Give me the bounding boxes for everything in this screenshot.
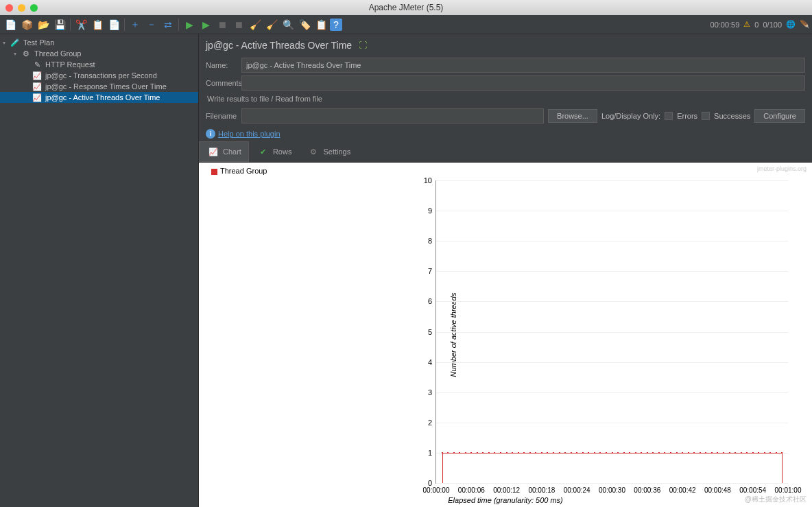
copy-icon[interactable]: 📋 — [90, 17, 105, 32]
minus-icon[interactable]: － — [144, 17, 159, 32]
configure-button[interactable]: Configure — [754, 109, 805, 123]
toggle-icon[interactable]: ⇄ — [160, 17, 176, 32]
logdisplay-label: Log/Display Only: — [601, 112, 660, 120]
tree-item-5[interactable]: 📈jp@gc - Active Threads Over Time — [0, 92, 198, 103]
successes-checkbox[interactable] — [702, 112, 710, 120]
tree-item-3[interactable]: 📈jp@gc - Transactions per Second — [0, 70, 198, 81]
cut-icon[interactable]: ✂️ — [73, 17, 88, 32]
elapsed-time: 00:00:59 — [710, 21, 740, 29]
paste-icon[interactable]: 📄 — [106, 17, 121, 32]
chart-plot: 01234567891000:00:0000:00:0600:00:1200:0… — [435, 180, 788, 484]
new-icon[interactable]: 📄 — [3, 17, 18, 32]
save-icon[interactable]: 💾 — [52, 17, 67, 32]
plus-icon[interactable]: ＋ — [128, 17, 143, 32]
start-icon[interactable]: ▶ — [182, 17, 197, 32]
stop-icon[interactable]: ⏹ — [215, 17, 230, 32]
tree-item-2[interactable]: ✎HTTP Request — [0, 59, 198, 70]
open-icon[interactable]: 📂 — [36, 17, 51, 32]
tab-chart[interactable]: 📈 Chart — [199, 141, 249, 162]
successes-label: Successes — [714, 112, 750, 120]
errors-checkbox[interactable] — [665, 112, 673, 120]
close-window-button[interactable] — [5, 4, 13, 12]
filename-label: Filename — [206, 112, 237, 120]
start-no-timers-icon[interactable]: ▶ — [198, 17, 213, 32]
tab-rows[interactable]: ✔ Rows — [249, 141, 300, 162]
content-panel: jp@gc - Active Threads Over Time ⛶ Name:… — [199, 34, 812, 507]
shutdown-icon[interactable]: ⏹ — [231, 17, 246, 32]
window-title: Apache JMeter (5.5) — [369, 3, 444, 12]
reset-search-icon[interactable]: 🏷️ — [297, 17, 312, 32]
panel-title: jp@gc - Active Threads Over Time — [206, 40, 352, 51]
tab-settings[interactable]: ⚙ Settings — [299, 141, 358, 162]
test-plan-tree[interactable]: ▾🧪Test Plan▾⚙Thread Group✎HTTP Request📈j… — [0, 34, 199, 507]
titlebar: Apache JMeter (5.5) — [0, 0, 812, 15]
chart-icon: 📈 — [206, 145, 220, 158]
x-axis-label: Elapsed time (granularity: 500 ms) — [448, 496, 563, 504]
file-section-label: Write results to file / Read from file — [199, 92, 812, 106]
watermark: jmeter-plugins.org — [757, 165, 807, 172]
clear-icon[interactable]: 🧹 — [248, 17, 263, 32]
function-helper-icon[interactable]: 📋 — [313, 17, 329, 32]
tree-item-1[interactable]: ▾⚙Thread Group — [0, 48, 198, 59]
chart-tabs: 📈 Chart ✔ Rows ⚙ Settings — [199, 141, 812, 163]
expand-icon[interactable]: ⛶ — [359, 40, 367, 50]
comments-label: Comments: — [206, 79, 237, 87]
templates-icon[interactable]: 📦 — [19, 17, 34, 32]
name-label: Name: — [206, 61, 237, 69]
warning-icon[interactable]: ⚠ — [743, 20, 750, 29]
check-icon: ✔ — [256, 145, 270, 158]
search-icon[interactable]: 🔍 — [280, 17, 296, 32]
tree-item-4[interactable]: 📈jp@gc - Response Times Over Time — [0, 81, 198, 92]
main-toolbar: 📄 📦 📂 💾 ✂️ 📋 📄 ＋ － ⇄ ▶ ▶ ⏹ ⏹ 🧹 🧹 🔍 🏷️ 📋 … — [0, 15, 812, 34]
chart-area: Thread Group jmeter-plugins.org Number o… — [199, 163, 812, 507]
thread-count: 0/100 — [763, 21, 782, 29]
help-icon[interactable]: ? — [330, 19, 342, 31]
window-controls — [5, 4, 38, 12]
tree-item-0[interactable]: ▾🧪Test Plan — [0, 37, 198, 48]
help-link[interactable]: Help on this plugin — [218, 130, 280, 138]
clear-all-icon[interactable]: 🧹 — [264, 17, 279, 32]
name-input[interactable] — [241, 58, 805, 73]
info-icon: i — [206, 129, 215, 139]
maximize-window-button[interactable] — [30, 4, 38, 12]
globe-icon[interactable]: 🌐 — [786, 20, 796, 29]
chart-legend: Thread Group — [211, 167, 267, 175]
errors-label: Errors — [677, 112, 697, 120]
watermark2: @稀土掘金技术社区 — [745, 495, 807, 504]
gear-icon: ⚙ — [307, 145, 320, 158]
warning-count: 0 — [754, 21, 759, 29]
browse-button[interactable]: Browse... — [548, 109, 597, 123]
comments-input[interactable] — [241, 75, 805, 91]
minimize-window-button[interactable] — [18, 4, 25, 12]
filename-input[interactable] — [241, 108, 544, 123]
feather-icon[interactable]: 🪶 — [800, 20, 809, 29]
